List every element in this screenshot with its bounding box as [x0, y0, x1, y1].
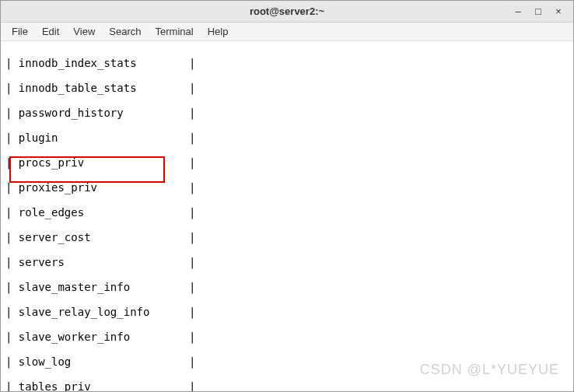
menu-terminal[interactable]: Terminal [149, 24, 200, 39]
menu-view[interactable]: View [67, 24, 101, 39]
table-row: | tables_priv | [5, 380, 569, 391]
close-button[interactable]: × [551, 5, 565, 19]
menu-edit[interactable]: Edit [36, 24, 65, 39]
table-row: | innodb_index_stats | [5, 57, 569, 69]
terminal-window: root@server2:~ – □ × File Edit View Sear… [0, 0, 574, 392]
table-row: | role_edges | [5, 206, 569, 219]
table-row: | slow_log | [5, 355, 569, 368]
menu-file[interactable]: File [5, 24, 34, 39]
terminal-output[interactable]: | innodb_index_stats | | innodb_table_st… [1, 41, 573, 391]
table-row: | servers | [5, 256, 569, 268]
menu-bar: File Edit View Search Terminal Help [1, 23, 573, 41]
table-row: | innodb_table_stats | [5, 82, 569, 94]
table-row: | procs_priv | [5, 156, 569, 169]
window-controls: – □ × [506, 1, 570, 22]
window-title: root@server2:~ [1, 5, 573, 17]
table-row: | slave_relay_log_info | [5, 306, 569, 318]
menu-help[interactable]: Help [201, 24, 235, 39]
table-row: | slave_master_info | [5, 281, 569, 293]
table-row: | slave_worker_info | [5, 331, 569, 343]
maximize-button[interactable]: □ [531, 5, 545, 19]
table-row: | server_cost | [5, 231, 569, 243]
title-bar: root@server2:~ – □ × [1, 1, 573, 23]
table-row: | password_history | [5, 107, 569, 119]
table-row: | proxies_priv | [5, 181, 569, 194]
menu-search[interactable]: Search [103, 24, 147, 39]
table-row: | plugin | [5, 131, 569, 144]
minimize-button[interactable]: – [511, 5, 525, 19]
